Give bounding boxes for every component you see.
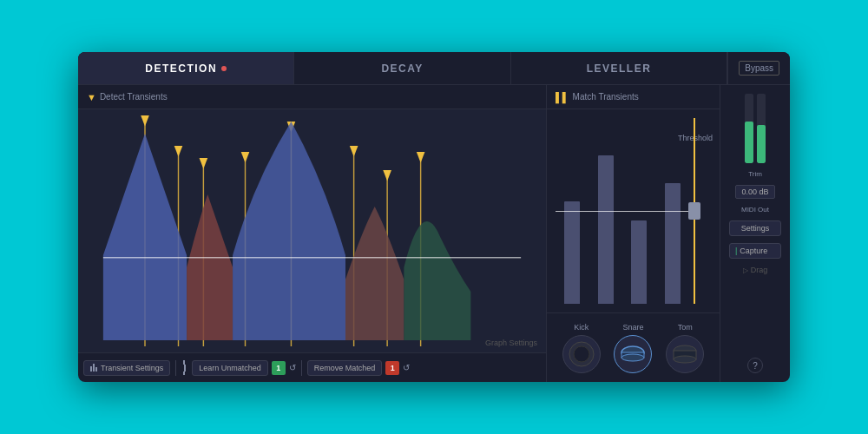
- detect-transients-icon: ▼: [87, 92, 96, 102]
- detect-panel-header: ▼ Detect Transients: [78, 85, 546, 109]
- remove-matched-label: Remove Matched: [314, 364, 376, 372]
- detect-transients-label: Detect Transients: [100, 92, 168, 102]
- match-graph-area[interactable]: Threshold: [547, 109, 720, 312]
- bypass-label: Bypass: [739, 61, 779, 76]
- midi-out-label: MIDI Out: [727, 206, 783, 214]
- waveform-canvas: [78, 109, 546, 352]
- side-panel: Trim 0.00 dB MIDI Out Settings | Capture…: [720, 85, 790, 382]
- svg-point-22: [621, 354, 644, 361]
- match-panel: ▌▌ Match Transients Threshold: [547, 85, 720, 382]
- tab-decay-label: DECAY: [381, 62, 423, 75]
- tab-leveller-label: LEVELLER: [587, 62, 652, 75]
- transient-settings-button[interactable]: Transient Settings: [83, 360, 170, 376]
- match-bar-4: [665, 183, 681, 304]
- tabs-row: DETECTION DECAY LEVELLER Bypass: [78, 52, 790, 85]
- match-threshold-line: [556, 211, 694, 212]
- tom-icon[interactable]: [666, 335, 704, 373]
- remove-undo-icon[interactable]: ↺: [403, 363, 410, 372]
- separator-1: [175, 360, 176, 376]
- transient-settings-label: Transient Settings: [101, 364, 163, 372]
- vu-meter-right: [757, 94, 766, 163]
- learn-unmatched-button[interactable]: Learn Unmatched: [192, 360, 268, 376]
- bars-icon: [90, 364, 97, 372]
- trim-value[interactable]: 0.00 dB: [735, 185, 774, 199]
- kick-svg: [566, 339, 597, 370]
- match-icon: ▌▌: [556, 92, 569, 102]
- plugin-window: DETECTION DECAY LEVELLER Bypass ▼ Detect…: [78, 52, 790, 382]
- learn-unmatched-label: Learn Unmatched: [199, 364, 261, 372]
- capture-button[interactable]: | Capture: [729, 243, 781, 259]
- kick-icon[interactable]: [562, 335, 601, 373]
- match-bar-1: [564, 201, 580, 304]
- learn-counter-badge: 1: [272, 361, 286, 375]
- remove-matched-button[interactable]: Remove Matched: [307, 360, 383, 376]
- tom-instrument[interactable]: Tom: [666, 323, 704, 373]
- help-button[interactable]: ?: [747, 358, 763, 373]
- tab-decay[interactable]: DECAY: [294, 52, 510, 84]
- detection-panel: ▼ Detect Transients OpenThreshold: [78, 85, 547, 382]
- svg-point-25: [674, 356, 696, 363]
- tab-leveller[interactable]: LEVELLER: [511, 52, 727, 84]
- remove-count: 1: [391, 364, 395, 372]
- capture-label: Capture: [740, 247, 767, 255]
- snare-label: Snare: [622, 323, 643, 332]
- match-transients-label: Match Transients: [573, 92, 639, 102]
- settings-label: Settings: [741, 224, 770, 233]
- drag-label: ▷ Drag: [743, 266, 768, 274]
- drag-text: Drag: [751, 266, 768, 274]
- tab-detection[interactable]: DETECTION: [78, 52, 294, 84]
- vu-meter-left: [745, 94, 753, 163]
- snare-instrument[interactable]: Snare: [614, 323, 652, 373]
- bypass-button[interactable]: Bypass: [727, 52, 790, 84]
- tab-detection-label: DETECTION: [145, 62, 217, 75]
- separator-2: [301, 360, 302, 376]
- vu-fill-left: [745, 122, 753, 163]
- waveform-icon: [183, 360, 187, 375]
- waveform-svg: [78, 109, 546, 352]
- remove-counter-badge: 1: [385, 361, 399, 375]
- match-bar-3: [631, 220, 647, 304]
- detection-dot: [221, 66, 227, 71]
- tom-svg: [669, 339, 700, 370]
- drag-icon: ▷: [743, 266, 748, 274]
- trim-label: Trim: [748, 170, 762, 178]
- help-icon: ?: [753, 361, 758, 371]
- snare-svg: [617, 339, 648, 370]
- match-threshold-handle[interactable]: [688, 202, 700, 220]
- kick-instrument[interactable]: Kick: [562, 323, 601, 373]
- settings-button[interactable]: Settings: [729, 220, 781, 236]
- bottom-bar: Transient Settings Learn Unmatched 1 ↺: [78, 352, 546, 382]
- snare-icon[interactable]: [614, 335, 652, 373]
- graph-settings-label[interactable]: Graph Settings: [485, 339, 537, 347]
- vu-meters: [745, 94, 766, 163]
- capture-icon: |: [735, 247, 737, 255]
- learn-count: 1: [276, 364, 280, 372]
- waveform-graph[interactable]: Graph Settings: [78, 109, 546, 352]
- tom-label: Tom: [678, 323, 693, 332]
- main-content: ▼ Detect Transients OpenThreshold: [78, 85, 790, 382]
- vu-fill-right: [757, 125, 766, 163]
- match-bar-2: [598, 155, 614, 304]
- match-header: ▌▌ Match Transients: [547, 85, 720, 109]
- kick-label: Kick: [574, 323, 589, 332]
- detect-transients-header: ▼ Detect Transients: [87, 92, 168, 102]
- learn-undo-icon[interactable]: ↺: [289, 363, 296, 372]
- svg-point-19: [574, 346, 589, 362]
- instruments-row: Kick Snare: [547, 312, 720, 382]
